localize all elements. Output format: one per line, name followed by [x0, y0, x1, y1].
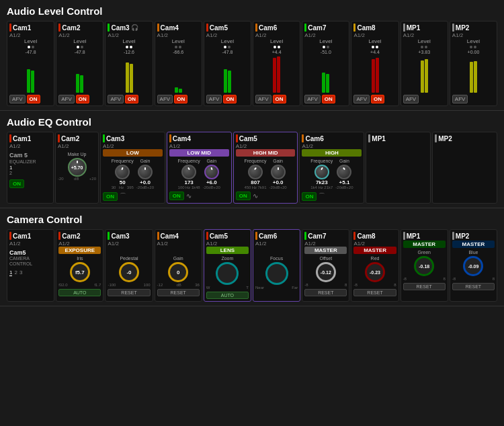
zoom-auto-btn[interactable]: AUTO: [206, 292, 249, 299]
green-reset-btn[interactable]: RESET: [403, 283, 446, 290]
red-param: Red -0.23 -88: [353, 256, 396, 287]
eq-cam1-name: Cam1: [13, 135, 31, 142]
channel-cam4: Cam4 A1/2 Level -66.6 AFV ON: [155, 21, 202, 106]
eq-cam4-bar: [169, 134, 171, 142]
gain-knob[interactable]: 0: [168, 262, 188, 282]
cam7-name: Cam7: [308, 24, 326, 32]
high-freq-knob[interactable]: [314, 165, 329, 179]
cc-cam4: Cam4 A1/2 Gain 0 -12dB36 RESET: [155, 229, 202, 302]
high-gain-tick: [343, 167, 345, 170]
high-on-btn[interactable]: ON: [302, 192, 317, 201]
lowmid-freq-knob[interactable]: [181, 165, 196, 179]
lowmid-freq-tick: [187, 167, 190, 170]
pedestal-knob[interactable]: -0: [119, 262, 139, 282]
eq-on-btn[interactable]: ON: [9, 179, 24, 188]
iris-auto-btn[interactable]: AUTO: [58, 289, 101, 296]
lowmid-params: Frequency 173 100Hz1k48 Gain +6.0 -20dB+…: [169, 159, 229, 189]
makeup-knob[interactable]: +5.70: [68, 158, 87, 177]
cam8-on-btn[interactable]: ON: [371, 95, 384, 103]
cam2-afv-btn[interactable]: AFV: [58, 95, 75, 103]
blue-reset-btn[interactable]: RESET: [452, 283, 495, 290]
zoom-knob[interactable]: [216, 262, 239, 285]
cam-control-grid: Cam1 A1/2 Cam5 CAMERACONTROL 1 2 3 Cam2 …: [7, 229, 497, 302]
eq-cam2-bar: [58, 134, 60, 142]
master-blue-header: MASTER: [452, 241, 495, 248]
high-gain-knob[interactable]: [337, 165, 351, 179]
cam7-afv-btn[interactable]: AFV: [304, 95, 321, 103]
cam6-meter-r: [277, 56, 280, 93]
cam5-afv-btn[interactable]: AFV: [206, 95, 222, 103]
lowmid-gain-tick: [210, 167, 212, 170]
eq-cam5: Cam5 A1/2 HIGH MID Frequency 807 450Hz7k…: [233, 132, 298, 204]
dot1: [421, 46, 423, 48]
lowmid-curve-icon: ∿: [186, 192, 192, 200]
cc-tab3[interactable]: 3: [19, 269, 22, 276]
cam1-afv-btn[interactable]: AFV: [9, 95, 26, 103]
eq-cam3-bar: [103, 134, 105, 142]
cam2-level-val: -47.8: [58, 50, 101, 54]
gain-reset-btn[interactable]: RESET: [157, 289, 200, 296]
offset-reset-btn[interactable]: RESET: [304, 289, 347, 296]
focus-range: NearFar: [255, 286, 298, 290]
cam6-on-btn[interactable]: ON: [273, 95, 286, 103]
dot2: [278, 46, 280, 48]
cc-tab1[interactable]: 1: [9, 269, 12, 276]
mp2-afv-btn[interactable]: AFV: [452, 95, 468, 103]
cam3-sub: A1/2: [108, 32, 150, 38]
eq-cam2: Cam2 A1/2 Make Up +5.70 -20dB+20: [55, 132, 99, 204]
eq-cam3-name: Cam3: [106, 135, 124, 142]
cc-cam8-sub: A1/2: [353, 241, 396, 247]
mp1-meter-r: [425, 59, 428, 93]
offset-knob[interactable]: -0.12: [316, 262, 336, 282]
highmid-freq-label: Frequency: [244, 159, 266, 163]
cam8-level-label: Level: [353, 38, 396, 44]
cam2-level-label: Level: [58, 38, 101, 44]
cam5-meter-l: [224, 69, 227, 93]
pedestal-reset-btn[interactable]: RESET: [108, 289, 150, 296]
low-on-btn[interactable]: ON: [103, 192, 118, 201]
cc-cam5: Cam5 A1/2 LENS Zoom WT AUTO: [204, 229, 251, 302]
low-gain-knob[interactable]: [138, 165, 153, 179]
cc-cam3-spacer: [108, 247, 150, 256]
cam8-level-val: +4.4: [353, 50, 396, 54]
cam5-on-btn[interactable]: ON: [223, 95, 237, 103]
lowmid-on-btn[interactable]: ON: [169, 191, 184, 200]
lowmid-gain-knob[interactable]: [204, 165, 219, 179]
red-knob[interactable]: -0.23: [365, 262, 385, 282]
cam8-afv-btn[interactable]: AFV: [353, 95, 370, 103]
iris-knob[interactable]: f5.7: [70, 262, 90, 282]
highmid-header: HIGH MID: [236, 149, 296, 157]
cc-cam4-sub: A1/2: [157, 241, 200, 247]
cam7-on-btn[interactable]: ON: [322, 95, 335, 103]
focus-knob[interactable]: [265, 262, 288, 285]
mp2-level-label: Level: [452, 38, 495, 44]
cam5-color-bar: [206, 24, 208, 32]
cam1-on-btn[interactable]: ON: [27, 95, 40, 103]
dot1: [224, 46, 226, 48]
highmid-freq-knob[interactable]: [248, 165, 263, 179]
cam2-on-btn[interactable]: ON: [76, 95, 89, 103]
cam4-afv-btn[interactable]: AFV: [157, 95, 173, 103]
eq-eq-num: 1: [9, 165, 51, 171]
makeup-value: +5.70: [71, 165, 83, 170]
dot2: [130, 46, 132, 48]
camera-control-section: Camera Control Cam1 A1/2 Cam5 CAMERACONT…: [0, 208, 504, 306]
high-params: Frequency 7k23 1k4Hz21k7 Gain +5.1 -20dB…: [302, 159, 362, 189]
gain-range: -12dB36: [157, 283, 200, 287]
blue-knob[interactable]: -0.09: [463, 256, 483, 276]
low-curve-icon: ⌒: [120, 191, 126, 201]
cam4-on-btn[interactable]: ON: [174, 95, 187, 103]
highmid-on-btn[interactable]: ON: [236, 191, 251, 200]
green-knob[interactable]: -0.18: [414, 256, 434, 276]
low-params: Frequency 50 30Hz395 Gain +0.0 -20dB+20: [103, 159, 163, 189]
eq-cam2-sub: A1/2: [58, 143, 96, 149]
highmid-gain-knob[interactable]: [271, 165, 286, 179]
red-reset-btn[interactable]: RESET: [353, 289, 396, 296]
cam3-on-btn[interactable]: ON: [125, 95, 138, 103]
cam2-meter-r: [80, 75, 83, 93]
cc-tab2[interactable]: 2: [14, 269, 17, 276]
cam6-afv-btn[interactable]: AFV: [255, 95, 271, 103]
low-freq-knob[interactable]: [115, 165, 130, 179]
cam3-afv-btn[interactable]: AFV: [108, 95, 124, 103]
mp1-afv-btn[interactable]: AFV: [403, 95, 419, 103]
